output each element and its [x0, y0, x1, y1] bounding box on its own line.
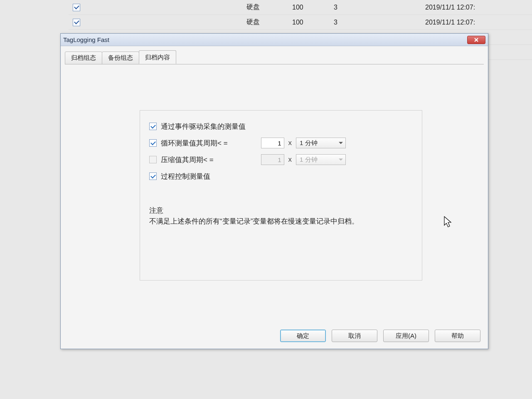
tab-archive-content[interactable]: 归档内容: [139, 50, 176, 64]
apply-button[interactable]: 应用(A): [383, 330, 429, 342]
compressed-number-input: [261, 154, 284, 165]
dialog-button-bar: 确定 取消 应用(A) 帮助: [61, 328, 488, 349]
process-control-label: 过程控制测量值: [161, 172, 210, 181]
close-button[interactable]: [467, 36, 485, 44]
table-row: 硬盘 100 3 2019/11/1 12:07:: [69, 0, 532, 15]
cancel-button[interactable]: 取消: [332, 330, 377, 342]
table-row: 硬盘 100 3 2019/11/1 12:07:: [69, 15, 532, 30]
compressed-unit-dropdown: 1 分钟: [296, 154, 346, 165]
cell-num1: 100: [292, 19, 334, 26]
cell-date: 2019/11/1 12:07:: [425, 4, 532, 11]
cyclic-unit-value: 1 分钟: [300, 139, 318, 147]
compressed-checkbox[interactable]: [149, 156, 157, 163]
tab-archive-config[interactable]: 归档组态: [65, 52, 102, 64]
cyclic-unit-dropdown[interactable]: 1 分钟: [296, 138, 346, 148]
tab-panel: 通过事件驱动采集的测量值 循环测量值其周期< = x 1 分钟 压缩值其周期< …: [65, 64, 484, 328]
option-compressed: 压缩值其周期< = x 1 分钟: [149, 151, 413, 168]
titlebar[interactable]: TagLogging Fast: [61, 34, 488, 46]
archive-options-group: 通过事件驱动采集的测量值 循环测量值其周期< = x 1 分钟 压缩值其周期< …: [140, 110, 422, 281]
row-checkbox[interactable]: [73, 19, 80, 26]
tab-backup-config[interactable]: 备份组态: [102, 52, 139, 64]
option-cyclic: 循环测量值其周期< = x 1 分钟: [149, 135, 413, 151]
cell-num1: 100: [292, 4, 334, 11]
compressed-multiplier: x: [288, 155, 292, 164]
row-checkbox[interactable]: [73, 4, 80, 11]
tab-strip: 归档组态 备份组态 归档内容: [61, 46, 488, 64]
cell-num2: 3: [334, 4, 425, 11]
dialog-title: TagLogging Fast: [63, 36, 109, 43]
cyclic-checkbox[interactable]: [149, 139, 157, 147]
cell-date: 2019/11/1 12:07:: [425, 19, 532, 26]
option-event-driven: 通过事件驱动采集的测量值: [149, 118, 413, 135]
process-control-checkbox[interactable]: [149, 172, 157, 180]
note-block: 注意 不满足上述条件的所有“变量记录”变量都将在慢速变量记录中归档。: [149, 205, 399, 227]
cyclic-label: 循环测量值其周期< =: [161, 138, 228, 148]
event-driven-checkbox[interactable]: [149, 123, 157, 130]
compressed-label: 压缩值其周期< =: [161, 155, 214, 165]
close-icon: [474, 37, 479, 42]
cell-media: 硬盘: [246, 3, 292, 12]
cell-num2: 3: [334, 19, 425, 26]
cyclic-multiplier: x: [288, 139, 292, 147]
chevron-down-icon: [339, 142, 343, 144]
taglogging-dialog: TagLogging Fast 归档组态 备份组态 归档内容 通过事件驱动采集的…: [60, 33, 488, 349]
help-button[interactable]: 帮助: [435, 330, 480, 342]
chevron-down-icon: [339, 159, 343, 161]
option-process-control: 过程控制测量值: [149, 168, 413, 185]
compressed-unit-value: 1 分钟: [300, 156, 318, 164]
cell-media: 硬盘: [246, 18, 292, 27]
cyclic-number-input[interactable]: [261, 138, 284, 148]
note-body: 不满足上述条件的所有“变量记录”变量都将在慢速变量记录中归档。: [149, 216, 399, 227]
event-driven-label: 通过事件驱动采集的测量值: [161, 122, 246, 131]
ok-button[interactable]: 确定: [280, 330, 326, 342]
note-title: 注意: [149, 205, 399, 216]
